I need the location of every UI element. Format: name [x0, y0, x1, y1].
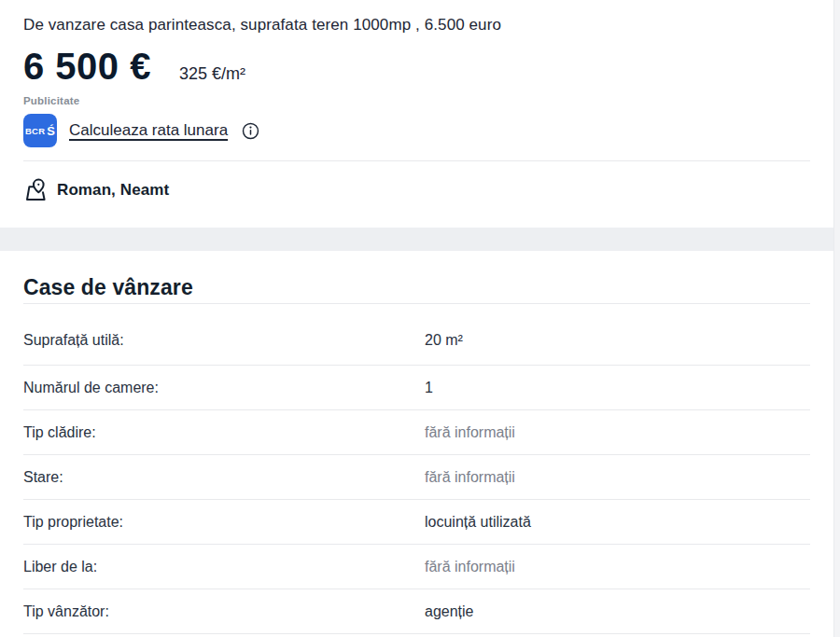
price-per-sqm: 325 €/m²: [179, 64, 245, 84]
spec-value: agenție: [425, 602, 474, 620]
spec-row-tip-cladire: Tip clădire: fără informații: [23, 410, 810, 455]
spec-label: Suprafață utilă:: [23, 331, 425, 349]
info-icon[interactable]: [242, 122, 259, 140]
spec-value: locuință utilizată: [425, 513, 531, 531]
loan-calculator-link[interactable]: Calculeaza rata lunara: [69, 121, 228, 140]
spec-label: Liber de la:: [23, 558, 425, 575]
price-row: 6 500 € 325 €/m²: [23, 48, 812, 85]
spec-label: Tip proprietate:: [23, 513, 425, 531]
bcr-logo-symbol: Ś: [47, 125, 55, 137]
spec-row-stare: Stare: fără informații: [23, 455, 810, 500]
bcr-logo-text: BCR: [25, 126, 45, 136]
spec-table: Suprafață utilă: 20 m² Numărul de camere…: [23, 303, 810, 634]
listing-header-card: De vanzare casa parinteasca, suprafata t…: [0, 15, 840, 228]
spec-row-liber-de-la: Liber de la: fără informații: [23, 545, 810, 589]
spec-value: fără informații: [425, 558, 515, 575]
spec-row-tip-proprietate: Tip proprietate: locuință utilizată: [23, 500, 810, 545]
spec-value: fără informații: [425, 468, 515, 486]
section-divider: [23, 160, 810, 161]
spec-value: 1: [425, 379, 433, 396]
spec-label: Stare:: [23, 468, 425, 486]
spec-value: fără informații: [425, 423, 515, 441]
details-card: Case de vânzare Suprafață utilă: 20 m² N…: [0, 274, 840, 634]
bcr-bank-logo[interactable]: BCR Ś: [23, 114, 57, 147]
section-separator-band: [0, 228, 840, 251]
location-link[interactable]: Roman, Neamt: [23, 177, 169, 202]
loan-calculator-row: BCR Ś Calculeaza rata lunara: [23, 113, 812, 148]
spec-value: 20 m²: [425, 331, 463, 349]
spec-row-numar-camere: Numărul de camere: 1: [23, 366, 810, 410]
scrollbar-track[interactable]: [833, 0, 840, 637]
ad-label: Publicitate: [23, 95, 812, 107]
location-text: Roman, Neamt: [57, 181, 169, 200]
price: 6 500 €: [23, 48, 151, 85]
listing-title: De vanzare casa parinteasca, suprafata t…: [23, 15, 812, 35]
spec-row-tip-vanzator: Tip vânzător: agenție: [23, 589, 810, 634]
spec-label: Tip clădire:: [23, 423, 425, 441]
spec-row-suprafata-utila: Suprafață utilă: 20 m²: [23, 304, 810, 366]
spec-label: Numărul de camere:: [23, 379, 425, 396]
spec-label: Tip vânzător:: [23, 602, 425, 620]
map-pin-icon: [23, 177, 49, 202]
section-heading: Case de vânzare: [23, 274, 812, 300]
